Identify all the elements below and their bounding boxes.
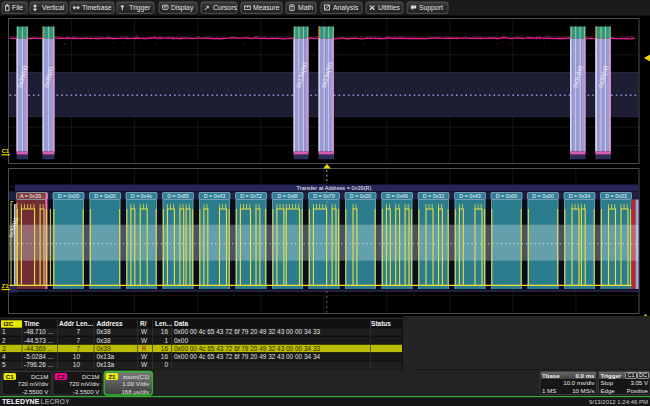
svg-text:D = 0x72: D = 0x72 bbox=[240, 193, 262, 199]
svg-text:-2.5500 V: -2.5500 V bbox=[73, 388, 100, 395]
svg-text:0x00 00 4c 65 43 72 6f 79 20 4: 0x00 00 4c 65 43 72 6f 79 20 49 32 43 00… bbox=[174, 328, 320, 335]
svg-text:10: 10 bbox=[73, 361, 81, 368]
svg-text:DC: DC bbox=[639, 372, 647, 378]
svg-text:D = 0x6f: D = 0x6f bbox=[277, 193, 298, 199]
svg-text:D = 0x00: D = 0x00 bbox=[496, 193, 518, 199]
svg-text:Positive: Positive bbox=[627, 387, 649, 394]
svg-text:0x00: 0x00 bbox=[174, 337, 188, 344]
svg-text:7: 7 bbox=[76, 337, 80, 344]
svg-text:Display: Display bbox=[171, 4, 194, 12]
svg-text:W: W bbox=[141, 337, 148, 344]
svg-text:R: R bbox=[142, 345, 147, 352]
svg-text:Timebase: Timebase bbox=[82, 4, 112, 11]
svg-text:0: 0 bbox=[164, 361, 168, 368]
svg-text:1: 1 bbox=[2, 328, 6, 335]
svg-text:0x39: 0x39 bbox=[97, 345, 111, 352]
svg-text:File: File bbox=[12, 4, 23, 11]
svg-text:D = 0x43: D = 0x43 bbox=[459, 193, 481, 199]
svg-text:D = 0x33: D = 0x33 bbox=[605, 193, 627, 199]
svg-text:Support: Support bbox=[419, 4, 443, 12]
svg-text:0x38: 0x38 bbox=[97, 328, 111, 335]
svg-text:5: 5 bbox=[2, 361, 6, 368]
svg-text:1 MS: 1 MS bbox=[542, 387, 556, 394]
svg-text:A = 0x39..: A = 0x39.. bbox=[20, 193, 44, 199]
svg-text:-2.5500 V: -2.5500 V bbox=[22, 388, 49, 395]
svg-text:D = 0x4c: D = 0x4c bbox=[131, 193, 153, 199]
svg-text:DC1M: DC1M bbox=[31, 373, 48, 380]
svg-text:0.0 ms: 0.0 ms bbox=[576, 372, 596, 379]
svg-text:2: 2 bbox=[2, 337, 6, 344]
svg-text:D = 0x79: D = 0x79 bbox=[313, 193, 335, 199]
svg-text:Len...: Len... bbox=[155, 320, 172, 327]
svg-text:7: 7 bbox=[76, 328, 80, 335]
svg-text:Transfer at Address = 0x39(R): Transfer at Address = 0x39(R) bbox=[297, 185, 372, 191]
svg-text:Trigger: Trigger bbox=[129, 4, 151, 12]
svg-text:DC1M: DC1M bbox=[82, 373, 99, 380]
svg-text:Vertical: Vertical bbox=[42, 4, 65, 11]
svg-text:R/: R/ bbox=[140, 320, 147, 327]
svg-text:D = 0x00: D = 0x00 bbox=[58, 193, 80, 199]
svg-text:D = 0x32: D = 0x32 bbox=[423, 193, 445, 199]
svg-text:168 µs/div: 168 µs/div bbox=[121, 388, 150, 395]
svg-text:Status: Status bbox=[371, 320, 391, 327]
svg-text:Data: Data bbox=[174, 320, 188, 327]
svg-text:16: 16 bbox=[161, 345, 169, 352]
svg-text:9/13/2012 1:24:46 PM: 9/13/2012 1:24:46 PM bbox=[589, 399, 648, 405]
svg-text:C2: C2 bbox=[57, 374, 65, 380]
svg-text:Stop: Stop bbox=[601, 379, 614, 386]
svg-text:1.00 V/div: 1.00 V/div bbox=[122, 380, 150, 387]
svg-text:Z1: Z1 bbox=[108, 374, 116, 380]
svg-text:0x13a: 0x13a bbox=[97, 353, 115, 360]
svg-text:Time: Time bbox=[24, 320, 39, 327]
svg-text:1: 1 bbox=[164, 337, 168, 344]
svg-text:Addr Len...: Addr Len... bbox=[59, 320, 93, 327]
svg-text:D = 0x20: D = 0x20 bbox=[350, 193, 372, 199]
svg-text:3.05 V: 3.05 V bbox=[630, 379, 649, 386]
svg-text:Z1: Z1 bbox=[2, 283, 10, 289]
svg-text:W: W bbox=[141, 361, 148, 368]
svg-text:10 MS/s: 10 MS/s bbox=[572, 387, 594, 394]
svg-text:10: 10 bbox=[73, 353, 81, 360]
svg-text:TELEDYNE: TELEDYNE bbox=[2, 398, 40, 405]
svg-text:7: 7 bbox=[76, 345, 80, 352]
svg-text:D = 0x65: D = 0x65 bbox=[167, 193, 189, 199]
svg-text:16: 16 bbox=[161, 353, 169, 360]
svg-text:-44.369 ...: -44.369 ... bbox=[24, 345, 53, 352]
svg-text:D = 0x43: D = 0x43 bbox=[204, 193, 226, 199]
svg-text:C1: C1 bbox=[2, 148, 10, 154]
svg-text:-44.573 ...: -44.573 ... bbox=[24, 337, 53, 344]
svg-text:W: W bbox=[141, 353, 148, 360]
svg-text:D = 0x34: D = 0x34 bbox=[569, 193, 591, 199]
svg-text:-796.26 ...: -796.26 ... bbox=[24, 361, 53, 368]
svg-text:Edge: Edge bbox=[601, 387, 616, 394]
svg-text:0x38: 0x38 bbox=[97, 337, 111, 344]
svg-text:720 mV/div: 720 mV/div bbox=[18, 380, 49, 387]
svg-text:10.0 ms/div: 10.0 ms/div bbox=[563, 379, 595, 386]
svg-text:-48.710 ...: -48.710 ... bbox=[24, 328, 53, 335]
svg-text:0x13a: 0x13a bbox=[97, 361, 115, 368]
svg-text:Trigger: Trigger bbox=[601, 372, 622, 379]
svg-text:Cursors: Cursors bbox=[213, 4, 237, 11]
svg-text:0x00 00 4c 65 43 72 6f 79 20 4: 0x00 00 4c 65 43 72 6f 79 20 49 32 43 00… bbox=[174, 353, 320, 360]
svg-text:16: 16 bbox=[161, 328, 169, 335]
svg-text:D = 0x00: D = 0x00 bbox=[532, 193, 554, 199]
svg-text:LECROY: LECROY bbox=[41, 398, 71, 405]
svg-text:D = 0x49: D = 0x49 bbox=[386, 193, 408, 199]
svg-text:Utilities: Utilities bbox=[378, 4, 401, 11]
svg-text:Tbase: Tbase bbox=[542, 372, 560, 379]
svg-text:D = 0x00: D = 0x00 bbox=[94, 193, 116, 199]
svg-text:720 mV/div: 720 mV/div bbox=[69, 380, 100, 387]
svg-text:4: 4 bbox=[2, 353, 6, 360]
svg-text:0x00 00 4c 65 43 72 6f 79 20 4: 0x00 00 4c 65 43 72 6f 79 20 49 32 43 00… bbox=[174, 345, 320, 352]
svg-text:W: W bbox=[141, 328, 148, 335]
svg-text:-5.0284 ...: -5.0284 ... bbox=[24, 353, 53, 360]
svg-text:Measure: Measure bbox=[253, 4, 280, 11]
svg-text:I2C: I2C bbox=[4, 320, 14, 327]
svg-text:3: 3 bbox=[2, 345, 6, 352]
svg-text:Analysis: Analysis bbox=[333, 4, 359, 12]
svg-text:zoom(C1): zoom(C1) bbox=[123, 373, 150, 380]
svg-text:Math: Math bbox=[298, 4, 313, 11]
svg-text:Address: Address bbox=[97, 320, 123, 327]
svg-text:C1: C1 bbox=[6, 374, 14, 380]
svg-text:C1: C1 bbox=[628, 372, 635, 378]
